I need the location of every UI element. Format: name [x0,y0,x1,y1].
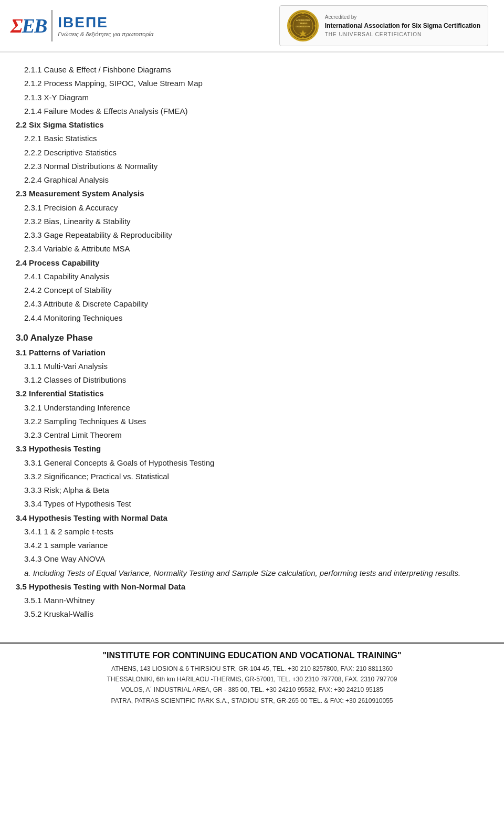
footer-details: ATHENS, 143 LIOSION & 6 THIRSIOU STR, GR… [10,664,494,707]
ibene-name: ΙΒΕΠΕ [58,14,108,31]
toc-item-2.3.1: 2.3.1 Precision & Accuracy [16,201,483,215]
toc-item-3.0: 3.0 Analyze Phase [16,330,483,346]
toc-item-3.3.3: 3.3.3 Risk; Alpha & Beta [16,483,483,497]
toc-item-2.3: 2.3 Measurement System Analysis [16,187,483,201]
ibene-logo: ΙΒΕΠΕ Γνώσεις & δεξιότητες για πρωτοπορί… [58,14,153,37]
toc-item-3.2.3: 3.2.3 Central Limit Theorem [16,428,483,442]
footer-line-volos: VOLOS, A΄ INDUSTRIAL AREA, GR - 385 00, … [10,684,494,695]
toc-item-3.2.1: 3.2.1 Understanding Inference [16,401,483,415]
toc-item-3.4.2: 3.4.2 1 sample variance [16,539,483,552]
toc-item-2.2: 2.2 Six Sigma Statistics [16,118,483,132]
seb-logo: ΣΕΒ [10,14,46,37]
toc-item-3.3.4: 3.3.4 Types of Hypothesis Test [16,497,483,511]
toc-item-3.3.1: 3.3.1 General Concepts & Goals of Hypoth… [16,456,483,470]
svg-text:ORGANIZATION: ORGANIZATION [296,26,310,28]
svg-point-8 [292,35,294,36]
toc-item-3.1.1: 3.1.1 Multi-Vari Analysis [16,360,483,373]
badge-circle-icon: ACCREDITED TRAINING ORGANIZATION [287,10,319,41]
toc-item-3.3: 3.3 Hypothesis Testing [16,442,483,456]
svg-text:TRAINING: TRAINING [298,23,307,25]
toc-item-2.4.2: 2.4.2 Concept of Stability [16,283,483,297]
toc-item-2.4.4: 2.4.4 Monitoring Techniques [16,311,483,325]
page-footer: "INSTITUTE FOR CONTINUING EDUCATION AND … [0,643,504,712]
toc-item-2.1.2: 2.1.2 Process Mapping, SIPOC, Value Stre… [16,77,483,90]
svg-point-3 [302,37,304,39]
table-of-contents: 2.1.1 Cause & Effect / Fishbone Diagrams… [16,63,483,622]
svg-point-2 [302,12,304,14]
footer-line-athens: ATHENS, 143 LIOSION & 6 THIRSIOU STR, GR… [10,664,494,674]
svg-point-6 [292,16,294,17]
svg-point-4 [289,25,291,27]
toc-item-2.3.2: 2.3.2 Bias, Linearity & Stability [16,215,483,228]
accreditation-area: ACCREDITED TRAINING ORGANIZATION Accredi… [279,5,488,46]
toc-item-3.3.2: 3.3.2 Significance; Practical vs. Statis… [16,470,483,483]
toc-item-2.3.3: 2.3.3 Gage Repeatability & Reproducibili… [16,228,483,242]
toc-item-2.4.3: 2.4.3 Attribute & Discrete Capability [16,297,483,311]
toc-item-2.1.4: 2.1.4 Failure Modes & Effects Analysis (… [16,104,483,118]
ibene-subtitle: Γνώσεις & δεξιότητες για πρωτοπορία [58,31,153,37]
toc-item-2.1.3: 2.1.3 X-Y Diagram [16,91,483,104]
toc-item-3.5.1: 3.5.1 Mann-Whitney [16,594,483,607]
toc-item-3.4.1: 3.4.1 1 & 2 sample t-tests [16,525,483,539]
toc-item-3.2.2: 3.2.2 Sampling Techniques & Uses [16,415,483,428]
toc-item-3.2: 3.2 Inferential Statistics [16,387,483,401]
footer-line-patra: PATRA, PATRAS SCIENTIFIC PARK S.A., STAD… [10,696,494,706]
toc-item-3.1: 3.1 Patterns of Variation [16,346,483,360]
logo-divider [51,10,52,41]
toc-item-3.4.3: 3.4.3 One Way ANOVA [16,552,483,566]
svg-point-7 [311,16,313,17]
footer-institute-name: "INSTITUTE FOR CONTINUING EDUCATION AND … [10,651,494,660]
toc-item-2.4: 2.4 Process Capability [16,256,483,270]
svg-text:ACCREDITED: ACCREDITED [296,19,310,22]
toc-item-3.4: 3.4 Hypothesis Testing with Normal Data [16,511,483,525]
svg-point-5 [314,25,317,27]
toc-item-3.1.2: 3.1.2 Classes of Distributions [16,373,483,387]
footer-line-thessaloniki: THESSALONIKI, 6th km HARILAOU -THERMIS, … [10,674,494,684]
svg-point-9 [311,35,313,36]
toc-item-2.2.1: 2.2.1 Basic Statistics [16,132,483,145]
toc-item-2.2.2: 2.2.2 Descriptive Statistics [16,146,483,160]
toc-item-3.4.a: a. Including Tests of Equal Variance, No… [16,566,483,580]
toc-item-3.5: 3.5 Hypothesis Testing with Non-Normal D… [16,580,483,594]
toc-item-2.2.4: 2.2.4 Graphical Analysis [16,173,483,187]
toc-item-3.5.2: 3.5.2 Kruskal-Wallis [16,607,483,621]
toc-item-2.3.4: 2.3.4 Variable & Attribute MSA [16,242,483,256]
accreditation-badge: ACCREDITED TRAINING ORGANIZATION Accredi… [279,5,488,46]
content-area: 2.1.1 Cause & Effect / Fishbone Diagrams… [0,52,504,632]
toc-item-2.2.3: 2.2.3 Normal Distributions & Normality [16,160,483,173]
org-name-label: International Association for Six Sigma … [325,21,480,30]
toc-item-2.1.1: 2.1.1 Cause & Effect / Fishbone Diagrams [16,63,483,77]
accredited-by-label: Accredited by [325,13,480,21]
universal-label: THE UNIVERSAL CERTIFICATION [325,30,480,38]
toc-item-2.4.1: 2.4.1 Capability Analysis [16,270,483,283]
badge-text-area: Accredited by International Association … [325,13,480,38]
page-header: ΣΕΒ ΙΒΕΠΕ Γνώσεις & δεξιότητες για πρωτο… [0,0,504,52]
logo-area: ΣΕΒ ΙΒΕΠΕ Γνώσεις & δεξιότητες για πρωτο… [10,10,153,41]
